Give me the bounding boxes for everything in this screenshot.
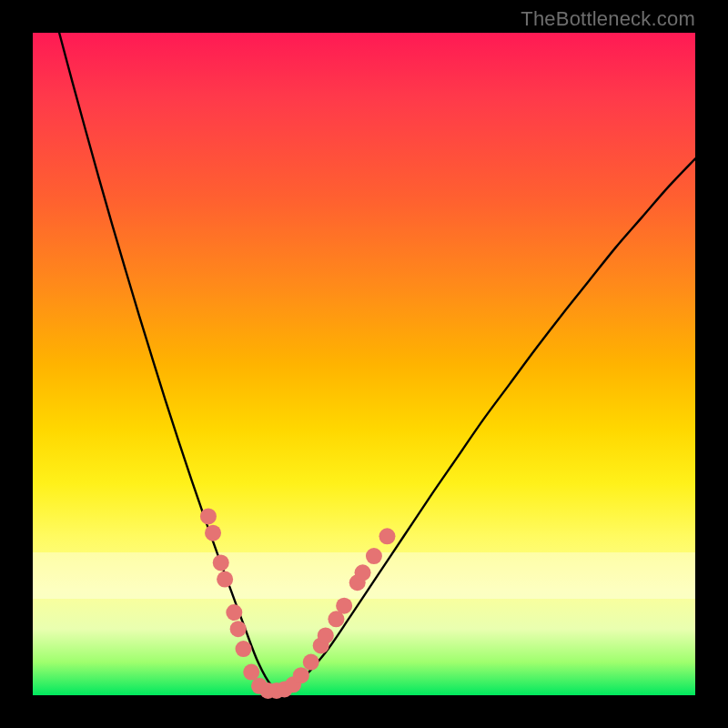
data-marker	[230, 621, 247, 637]
data-marker	[355, 564, 371, 581]
data-marker	[226, 604, 242, 621]
chart-frame: TheBottleneck.com	[0, 0, 728, 728]
data-marker	[303, 654, 319, 671]
data-marker	[236, 641, 252, 657]
data-marker	[293, 667, 309, 683]
curve-layer	[33, 33, 695, 695]
data-marker	[379, 528, 395, 544]
plot-area	[33, 33, 695, 695]
bottleneck-curve	[59, 33, 695, 692]
marker-group	[200, 508, 396, 698]
data-marker	[336, 598, 352, 614]
data-marker	[213, 554, 229, 571]
data-marker	[200, 508, 217, 524]
data-marker	[243, 664, 259, 681]
data-marker	[217, 571, 233, 588]
data-marker	[318, 627, 334, 643]
data-marker	[205, 525, 221, 541]
attribution-text: TheBottleneck.com	[521, 7, 695, 31]
data-marker	[366, 548, 382, 564]
